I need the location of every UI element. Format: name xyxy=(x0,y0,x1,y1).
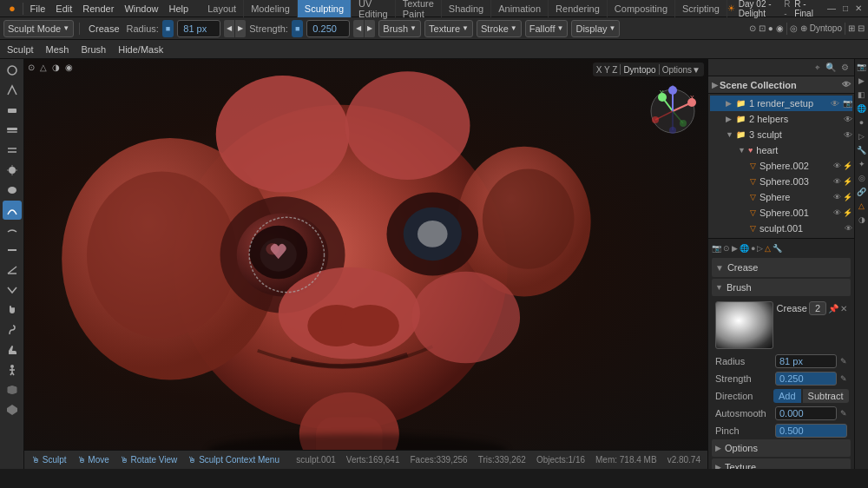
vp-render-btn[interactable]: ◉ xyxy=(65,63,73,72)
tree-restrict-render-setup[interactable]: 📷 xyxy=(843,99,852,108)
strip-icon-data[interactable]: △ xyxy=(856,200,868,212)
props-icon-modifier[interactable]: 🔧 xyxy=(773,244,782,253)
tool-inflate[interactable] xyxy=(3,161,22,180)
props-icon-output[interactable]: ▶ xyxy=(732,244,738,253)
props-icon-world[interactable]: ● xyxy=(751,244,755,253)
toolbar-icon-solid[interactable]: ● xyxy=(768,23,773,33)
falloff-dropdown[interactable]: Falloff ▼ xyxy=(525,20,569,37)
tab-compositing[interactable]: Compositing xyxy=(608,0,675,17)
strength-decrease[interactable]: ◀ xyxy=(353,20,364,37)
strength-value[interactable]: 0.250 xyxy=(306,20,350,37)
menu-window[interactable]: Window xyxy=(119,0,163,16)
tool-clay[interactable] xyxy=(3,101,22,120)
vp-dyntopo[interactable]: Dyntopo xyxy=(623,65,655,75)
tree-item-render-setup[interactable]: ▶ 📁 1 render_setup 👁 📷 xyxy=(710,96,852,111)
tool-grab[interactable] xyxy=(3,300,22,320)
tree-item-sphere[interactable]: ▽ Sphere 👁 ⚡ xyxy=(710,189,852,205)
sphere001-modifier[interactable]: ⚡ xyxy=(843,208,852,217)
toolbar-overlays[interactable]: ◎ xyxy=(790,23,798,33)
tool-pose[interactable] xyxy=(3,360,22,379)
sphere003-modifier[interactable]: ⚡ xyxy=(843,177,852,186)
tool-snake-hook[interactable] xyxy=(3,320,22,340)
strip-icon-world[interactable]: ● xyxy=(856,116,868,129)
radius-checkbox[interactable]: ■ xyxy=(162,20,174,37)
sculpt-tab[interactable]: Sculpt xyxy=(3,44,37,55)
strip-icon-output[interactable]: ▶ xyxy=(856,75,868,87)
tab-texture-paint[interactable]: Texture Paint xyxy=(396,0,442,17)
brush-close-icon[interactable]: ✕ xyxy=(840,304,847,313)
toolbar-icon-rendered[interactable]: ◉ xyxy=(776,23,784,33)
tool-blob[interactable] xyxy=(3,181,22,200)
tool-clay-strips[interactable] xyxy=(3,121,22,140)
outliner-icon-options[interactable]: ⚙ xyxy=(839,62,851,73)
crease-arrow[interactable]: ▼ xyxy=(715,263,724,273)
display-dropdown[interactable]: Display ▼ xyxy=(571,20,620,37)
props-icon-camera[interactable]: 📷 xyxy=(712,244,721,253)
brush-tab[interactable]: Brush xyxy=(77,44,109,55)
tree-item-sphere-003[interactable]: ▽ Sphere.003 👁 ⚡ xyxy=(710,174,852,189)
brush-dropdown[interactable]: Brush ▼ xyxy=(378,20,421,37)
tree-item-sphere-001[interactable]: ▽ Sphere.001 👁 ⚡ xyxy=(710,205,852,221)
tool-flatten[interactable] xyxy=(3,241,22,260)
toolbar-icon-wire[interactable]: ⊡ xyxy=(759,23,766,33)
mesh-tab[interactable]: Mesh xyxy=(43,44,73,55)
toolbar-icon-xray[interactable]: ⊙ xyxy=(749,23,756,33)
tab-layout[interactable]: Layout xyxy=(201,0,244,17)
props-icon-obj[interactable]: ▷ xyxy=(757,244,763,253)
tool-draw-face-sets[interactable] xyxy=(3,400,22,419)
brush-autosmooth-edit[interactable]: ✎ xyxy=(840,409,847,418)
vp-mesh-btn[interactable]: △ xyxy=(40,63,47,72)
brush-strength-edit[interactable]: ✎ xyxy=(840,374,847,383)
tree-item-sphere-002[interactable]: ▽ Sphere.002 👁 ⚡ xyxy=(710,158,852,174)
toolbar-snap[interactable]: ⊞ xyxy=(848,23,855,33)
toolbar-proportional[interactable]: ⊟ xyxy=(858,23,865,33)
outliner-icon-filter[interactable]: ⌖ xyxy=(813,62,822,74)
props-icon-scene[interactable]: 🌐 xyxy=(740,244,749,253)
options-section-header[interactable]: ▶ Options xyxy=(712,439,851,457)
tool-layer[interactable] xyxy=(3,141,22,160)
sphere-modifier[interactable]: ⚡ xyxy=(843,193,852,201)
brush-radius-edit[interactable]: ✎ xyxy=(840,357,847,366)
status-rotate[interactable]: 🖱 Rotate View xyxy=(120,455,178,465)
tree-item-heart[interactable]: ▼ ♥ heart xyxy=(710,142,852,158)
strip-icon-modifier[interactable]: 🔧 xyxy=(856,144,868,156)
tab-scripting[interactable]: Scripting xyxy=(675,0,727,17)
strip-icon-physics[interactable]: ◎ xyxy=(856,172,868,184)
toolbar-gizmos[interactable]: ⊕ xyxy=(800,23,807,33)
scene-col-eye[interactable]: 👁 xyxy=(842,80,851,89)
viewport-gizmo[interactable]: X Y Z xyxy=(647,85,699,139)
brush-radius-value[interactable]: 81 px xyxy=(775,354,837,368)
menu-file[interactable]: File xyxy=(25,0,51,16)
tab-sculpting[interactable]: Sculpting xyxy=(298,0,352,17)
vp-options[interactable]: Options▼ xyxy=(662,65,700,75)
brush-pin-icon[interactable]: 📌 xyxy=(828,304,838,313)
viewport-3d[interactable]: X Y Z Dyntopo Options▼ X Y xyxy=(24,59,707,469)
strip-icon-scene[interactable]: 🌐 xyxy=(856,102,868,115)
tab-modeling[interactable]: Modeling xyxy=(244,0,298,17)
status-move[interactable]: 🖱 Move xyxy=(77,455,109,465)
outliner-icon-search[interactable]: 🔍 xyxy=(824,62,838,73)
strip-icon-view[interactable]: ◧ xyxy=(856,89,868,101)
tool-pinch[interactable] xyxy=(3,280,22,300)
brush-autosmooth-value[interactable]: 0.000 xyxy=(775,406,837,420)
vp-material-btn[interactable]: ◑ xyxy=(52,63,60,72)
tab-animation[interactable]: Animation xyxy=(491,0,549,17)
props-icon-mesh[interactable]: △ xyxy=(765,244,771,253)
tool-mask[interactable] xyxy=(3,380,22,399)
mode-selector[interactable]: Sculpt Mode ▼ xyxy=(3,20,74,37)
tree-item-sculpt[interactable]: ▼ 📁 3 sculpt 👁 xyxy=(710,127,852,142)
toolbar-dyntopo[interactable]: Dyntopo xyxy=(810,23,842,33)
tool-draw-sharp[interactable] xyxy=(3,81,22,100)
radius-increase[interactable]: ▶ xyxy=(235,20,246,37)
tool-crease[interactable] xyxy=(3,201,22,220)
texture-dropdown[interactable]: Texture ▼ xyxy=(424,20,473,37)
radius-decrease[interactable]: ◀ xyxy=(224,20,234,37)
menu-help[interactable]: Help xyxy=(164,0,194,16)
strip-icon-constraints[interactable]: 🔗 xyxy=(856,186,868,198)
brush-strength-value[interactable]: 0.250 xyxy=(775,372,837,386)
tree-item-sculpt-001[interactable]: ▽ sculpt.001 👁 xyxy=(710,221,852,236)
tree-item-helpers[interactable]: ▶ 📁 2 helpers 👁 xyxy=(710,111,852,127)
status-sculpt[interactable]: 🖱 Sculpt xyxy=(31,455,67,465)
menu-render[interactable]: Render xyxy=(77,0,119,16)
topbar-icon-3[interactable]: ✕ xyxy=(852,3,865,13)
